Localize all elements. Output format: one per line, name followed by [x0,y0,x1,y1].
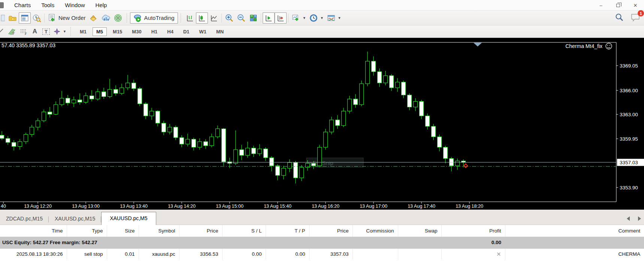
column-header-profit[interactable]: Profit [441,225,505,237]
signals-cloud-button[interactable] [99,12,112,24]
search-button[interactable] [615,13,624,23]
chart-tab-zdcad-pc-m15[interactable]: ZDCAD.pc,M15 [0,213,49,225]
bull-candle [216,129,220,136]
column-header-s-l[interactable]: S / L [222,225,266,237]
order-cell-type: sell stop [67,248,107,260]
text-box-button[interactable]: T [40,27,52,36]
bear-candle [162,123,166,132]
timeframe-button-m15[interactable]: M15 [109,27,126,36]
bear-candle [294,162,298,178]
chart-canvas[interactable]: gular Snip57.40 3355.89 3357.03Cherma Mt… [0,38,644,210]
terminal-panel-button[interactable] [19,12,31,24]
zoom-in-button[interactable] [223,12,235,24]
column-header-t-p[interactable]: T / P [266,225,309,237]
text-label-icon: A [33,28,37,35]
new-order-icon [48,14,57,22]
zoom-in-icon [225,14,234,22]
order-cell-comment: CHERMA [505,248,644,260]
trendline-icon [0,28,4,35]
timeframe-button-mn[interactable]: MN [212,27,227,36]
bull-candle [288,162,292,168]
menu-item-help[interactable]: Help [90,0,112,10]
bull-candle [186,139,190,144]
fibonacci-button[interactable]: F [6,27,18,36]
separator [44,14,45,22]
text-label-button[interactable]: A [29,27,40,36]
autotrading-button[interactable]: AutoTrading [130,12,178,24]
timeframe-button-m5[interactable]: M5 [93,27,107,36]
bull-candle [198,142,202,147]
bull-candle [42,112,46,121]
auto-scroll-button[interactable] [275,12,287,24]
column-header-price[interactable]: Price [309,225,353,237]
time-axis-label: 13 Aug 18:20 [456,204,483,209]
horizontal-lines-button[interactable]: F [18,27,29,36]
order-cell-profit: ✕ [441,248,505,260]
price-axis-label: 3369.05 [620,63,638,69]
bear-candle [48,112,52,114]
bull-candle [18,142,22,147]
profiles-folder-icon [8,14,17,22]
separator [221,14,222,22]
table-header-row: TimeTypeSizeSymbolPriceS / LT / PPriceCo… [0,225,644,237]
column-header-price[interactable]: Price [179,225,222,237]
templates-dropdown[interactable]: ▼ [325,12,343,24]
timeframe-button-m30[interactable]: M30 [128,27,145,36]
restore-button[interactable] [610,0,627,10]
column-header-comment[interactable]: Comment [505,225,644,237]
menu-bar: ChartsToolsWindowHelp – ✕ [0,0,644,10]
timeframe-button-w1[interactable]: W1 [196,27,211,36]
chart-shift-marker-icon [474,43,482,46]
column-header-type[interactable]: Type [67,225,107,237]
arrow-objects-icon [53,28,61,35]
new-chart-dropdown[interactable]: ▼ [290,12,308,24]
minimize-button[interactable]: – [592,0,610,10]
column-header-time[interactable]: Time [0,225,67,237]
clipped-crosshair-tool[interactable] [0,27,6,36]
order-cell-symbol: xauusd.pc [139,248,179,260]
column-header-commission[interactable]: Commission [353,225,398,237]
timeframe-button-m1[interactable]: M1 [76,27,90,36]
arrows-dropdown[interactable]: ▼ [52,27,68,36]
column-header-symbol[interactable]: Symbol [139,225,179,237]
timeframe-button-d1[interactable]: D1 [179,27,193,36]
column-header-size[interactable]: Size [107,225,139,237]
signals-button[interactable] [112,12,124,24]
notifications-button[interactable]: 1 [631,13,640,23]
tile-windows-button[interactable] [247,12,259,24]
menu-item-window[interactable]: Window [60,0,90,10]
periods-dropdown[interactable]: ▼ [308,12,325,24]
cloud-signals-icon [101,14,111,22]
menu-item-charts[interactable]: Charts [9,0,36,10]
standard-toolbar: New Order AutoTrading [0,10,644,26]
svg-text:F: F [24,32,27,35]
new-order-button[interactable]: New Order [46,12,87,24]
line-chart-button[interactable] [208,12,220,24]
column-header-swap[interactable]: Swap [398,225,441,237]
chart-tab-xauusd-pc-m5[interactable]: XAUUSD.pc,M5 [101,212,156,225]
profiles-button[interactable] [7,12,19,24]
order-row[interactable]: 2025.08.13 18:30:26sell stop0.01xauusd.p… [0,248,644,260]
bear-candle [252,148,256,154]
chart-tab-xauusd-pc-m15[interactable]: XAUUSD.pc,M15 [49,213,101,225]
timeframe-button-h4[interactable]: H4 [163,27,177,36]
menu-item-tools[interactable]: Tools [36,0,60,10]
tab-scroll-right-icon[interactable] [638,216,641,221]
timeframe-button-h1[interactable]: H1 [148,27,161,36]
bull-candle [72,100,76,103]
market-button[interactable] [87,12,99,24]
close-button[interactable]: ✕ [627,0,644,10]
candlestick-chart-button[interactable] [196,12,208,24]
delete-order-icon[interactable]: ✕ [496,251,501,257]
order-cell-commission [353,248,398,260]
clipped-tool-icon[interactable] [0,12,7,24]
chart-shift-button[interactable] [263,12,275,24]
bear-candle [12,142,16,147]
strategy-tester-button[interactable] [31,12,43,24]
zoom-out-button[interactable] [235,12,247,24]
bar-chart-button[interactable] [184,12,196,24]
tab-scroll-left-icon[interactable] [627,216,630,221]
bull-candle [120,88,124,93]
bear-candle [432,126,436,137]
bear-candle [402,82,406,95]
